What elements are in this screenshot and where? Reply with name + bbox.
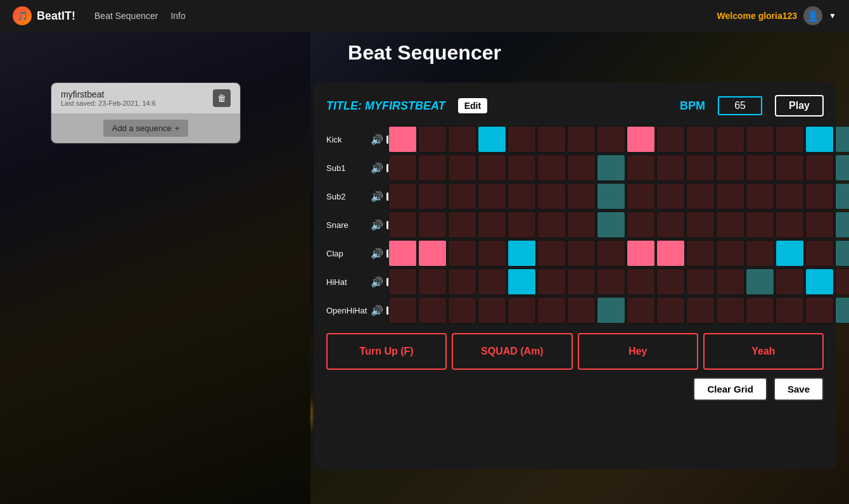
- grid-cell[interactable]: [656, 211, 685, 238]
- grid-cell[interactable]: [627, 183, 655, 210]
- chevron-down-icon[interactable]: ▼: [829, 11, 836, 20]
- grid-cell[interactable]: [507, 183, 536, 210]
- grid-cell[interactable]: [776, 268, 804, 295]
- grid-cell[interactable]: [776, 126, 804, 153]
- chord-button-3[interactable]: Yeah: [703, 333, 824, 370]
- grid-cell[interactable]: [418, 126, 447, 153]
- delete-sequence-button[interactable]: 🗑: [213, 89, 231, 107]
- grid-cell[interactable]: [805, 240, 834, 267]
- grid-cell[interactable]: [597, 268, 625, 295]
- grid-cell[interactable]: [537, 240, 566, 267]
- grid-cell[interactable]: [597, 126, 625, 153]
- grid-cell[interactable]: [686, 240, 715, 267]
- grid-cell[interactable]: [746, 297, 774, 324]
- grid-cell[interactable]: [388, 240, 417, 267]
- grid-cell[interactable]: [716, 240, 744, 267]
- clear-grid-button[interactable]: Clear Grid: [693, 377, 767, 401]
- grid-cell[interactable]: [776, 183, 804, 210]
- grid-cell[interactable]: [597, 183, 625, 210]
- grid-cell[interactable]: [567, 154, 596, 181]
- grid-cell[interactable]: [716, 211, 744, 238]
- grid-cell[interactable]: [478, 297, 506, 324]
- grid-cell[interactable]: [478, 240, 506, 267]
- grid-cell[interactable]: [418, 154, 447, 181]
- volume-icon[interactable]: 🔊: [371, 276, 383, 288]
- grid-cell[interactable]: [656, 240, 685, 267]
- grid-cell[interactable]: [716, 183, 744, 210]
- add-sequence-button[interactable]: Add a sequence +: [103, 120, 189, 137]
- grid-cell[interactable]: [567, 297, 596, 324]
- grid-cell[interactable]: [686, 297, 715, 324]
- chord-button-1[interactable]: SQUAD (Am): [452, 333, 572, 370]
- grid-cell[interactable]: [776, 297, 804, 324]
- nav-beat-sequencer[interactable]: Beat Sequencer: [94, 11, 158, 21]
- grid-cell[interactable]: [805, 183, 834, 210]
- grid-cell[interactable]: [716, 126, 744, 153]
- grid-cell[interactable]: [448, 126, 476, 153]
- grid-cell[interactable]: [656, 183, 685, 210]
- grid-cell[interactable]: [537, 211, 566, 238]
- grid-cell[interactable]: [686, 211, 715, 238]
- edit-button[interactable]: Edit: [458, 98, 487, 113]
- grid-cell[interactable]: [597, 297, 625, 324]
- grid-cell[interactable]: [746, 268, 774, 295]
- grid-cell[interactable]: [507, 126, 536, 153]
- grid-cell[interactable]: [716, 154, 744, 181]
- grid-cell[interactable]: [478, 126, 506, 153]
- grid-cell[interactable]: [656, 154, 685, 181]
- grid-cell[interactable]: [835, 154, 849, 181]
- chord-button-0[interactable]: Turn Up (F): [326, 333, 447, 370]
- grid-cell[interactable]: [388, 211, 417, 238]
- grid-cell[interactable]: [746, 126, 774, 153]
- grid-cell[interactable]: [656, 268, 685, 295]
- grid-cell[interactable]: [567, 126, 596, 153]
- grid-cell[interactable]: [835, 126, 849, 153]
- grid-cell[interactable]: [805, 297, 834, 324]
- grid-cell[interactable]: [388, 268, 417, 295]
- grid-cell[interactable]: [448, 211, 476, 238]
- grid-cell[interactable]: [627, 268, 655, 295]
- chord-button-2[interactable]: Hey: [578, 333, 698, 370]
- grid-cell[interactable]: [507, 240, 536, 267]
- grid-cell[interactable]: [448, 297, 476, 324]
- grid-cell[interactable]: [835, 297, 849, 324]
- grid-cell[interactable]: [418, 211, 447, 238]
- volume-icon[interactable]: 🔊: [371, 219, 383, 231]
- grid-cell[interactable]: [686, 154, 715, 181]
- volume-icon[interactable]: 🔊: [371, 162, 383, 174]
- volume-icon[interactable]: 🔊: [371, 305, 383, 317]
- grid-cell[interactable]: [448, 154, 476, 181]
- grid-cell[interactable]: [537, 183, 566, 210]
- grid-cell[interactable]: [478, 211, 506, 238]
- grid-cell[interactable]: [448, 240, 476, 267]
- grid-cell[interactable]: [805, 211, 834, 238]
- grid-cell[interactable]: [567, 268, 596, 295]
- grid-cell[interactable]: [537, 154, 566, 181]
- grid-cell[interactable]: [597, 211, 625, 238]
- grid-cell[interactable]: [627, 154, 655, 181]
- grid-cell[interactable]: [776, 240, 804, 267]
- grid-cell[interactable]: [776, 211, 804, 238]
- grid-cell[interactable]: [537, 268, 566, 295]
- avatar[interactable]: 👤: [803, 6, 822, 25]
- grid-cell[interactable]: [686, 126, 715, 153]
- grid-cell[interactable]: [597, 240, 625, 267]
- grid-cell[interactable]: [388, 183, 417, 210]
- grid-cell[interactable]: [835, 211, 849, 238]
- grid-cell[interactable]: [686, 268, 715, 295]
- grid-cell[interactable]: [835, 240, 849, 267]
- grid-cell[interactable]: [418, 268, 447, 295]
- grid-cell[interactable]: [656, 297, 685, 324]
- grid-cell[interactable]: [388, 297, 417, 324]
- grid-cell[interactable]: [746, 183, 774, 210]
- grid-cell[interactable]: [418, 183, 447, 210]
- save-button[interactable]: Save: [774, 377, 824, 401]
- grid-cell[interactable]: [597, 154, 625, 181]
- grid-cell[interactable]: [656, 126, 685, 153]
- grid-cell[interactable]: [388, 154, 417, 181]
- grid-cell[interactable]: [746, 211, 774, 238]
- volume-icon[interactable]: 🔊: [371, 248, 383, 260]
- grid-cell[interactable]: [507, 154, 536, 181]
- grid-cell[interactable]: [448, 268, 476, 295]
- grid-cell[interactable]: [418, 240, 447, 267]
